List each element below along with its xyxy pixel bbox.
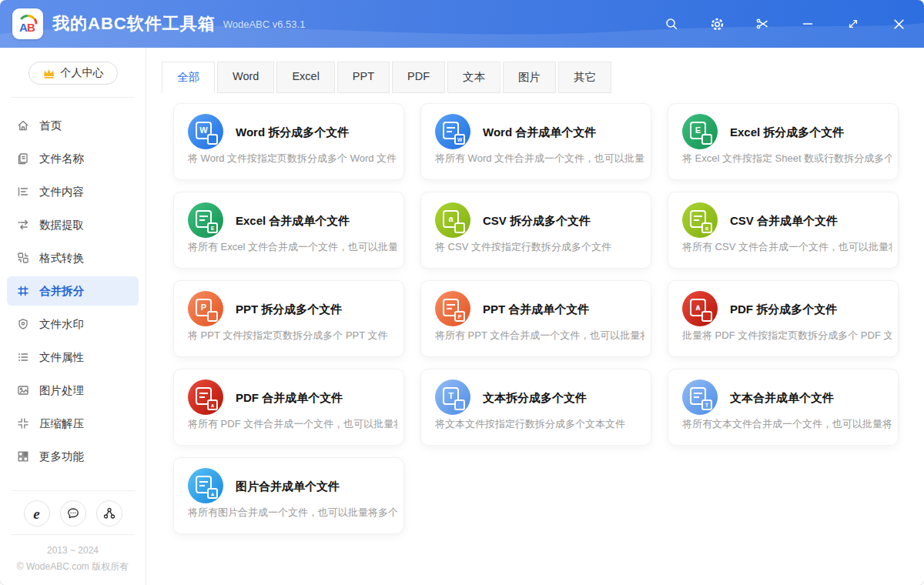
sidebar: 个人中心 首页 文件名称 文件内容 数据提取 — [0, 48, 146, 585]
sidebar-item-label: 合并拆分 — [39, 284, 84, 299]
app-window: A B 我的ABC软件工具箱 WodeABC v6.53.1 — [0, 0, 924, 585]
search-icon[interactable] — [663, 15, 680, 32]
tab-excel[interactable]: Excel — [276, 62, 334, 93]
card-word-split[interactable]: W W Word 拆分成多个文件 将 Word 文件按指定页数拆分成多个 Wor… — [173, 103, 404, 180]
sidebar-item-file-attrs[interactable]: 文件属性 — [7, 343, 139, 372]
card-title: Word 拆分成多个文件 — [236, 125, 349, 140]
share-icon[interactable] — [96, 500, 122, 526]
tab-other[interactable]: 其它 — [558, 62, 611, 93]
sidebar-item-label: 图片处理 — [39, 383, 84, 398]
card-title: PDF 拆分成多个文件 — [730, 303, 837, 317]
card-title: PPT 拆分成多个文件 — [236, 303, 342, 317]
sidebar-item-file-content[interactable]: 文件内容 — [7, 177, 139, 206]
sidebar-item-label: 压缩解压 — [39, 416, 84, 431]
sidebar-item-format-convert[interactable]: 格式转换 — [7, 243, 139, 272]
scissors-icon[interactable] — [754, 15, 771, 32]
chat-icon[interactable] — [60, 500, 86, 526]
minimize-icon[interactable] — [799, 15, 816, 32]
copyright-text: © WodeABC.com 版权所有 — [15, 559, 130, 574]
app-version: WodeABC v6.53.1 — [223, 18, 306, 30]
sidebar-divider — [11, 97, 135, 98]
tab-ppt[interactable]: PPT — [337, 62, 390, 93]
app-title: 我的ABC软件工具箱 — [52, 12, 216, 35]
file-content-icon — [17, 186, 29, 198]
excel-split-icon: E E — [682, 114, 718, 149]
merge-split-icon — [17, 285, 29, 297]
sidebar-item-label: 文件名称 — [39, 152, 84, 166]
format-convert-icon — [17, 252, 29, 264]
card-desc: 将 PPT 文件按指定页数拆分成多个 PPT 文件 — [188, 329, 397, 343]
card-text-merge[interactable]: T T 文本合并成单个文件 将所有文本文件合并成一个文件，也可以批量将多 — [668, 369, 899, 446]
settings-gear-icon[interactable] — [708, 15, 725, 32]
sidebar-item-merge-split[interactable]: 合并拆分 — [7, 276, 139, 306]
ppt-split-icon: P P — [188, 291, 223, 326]
home-icon — [17, 119, 29, 132]
text-split-icon: T T — [435, 379, 470, 415]
sidebar-item-more-features[interactable]: 更多功能 — [7, 442, 139, 471]
sidebar-item-label: 首页 — [39, 119, 62, 133]
copyright-years: 2013 ~ 2024 — [15, 543, 130, 558]
sidebar-item-compress[interactable]: 压缩解压 — [7, 409, 139, 438]
card-desc: 将所有图片合并成一个文件，也可以批量将多个文件 — [188, 506, 397, 520]
card-desc: 将所有 PPT 文件合并成一个文件，也可以批量将多 — [435, 329, 644, 343]
text-merge-icon: T T — [682, 379, 718, 415]
card-title: 图片合并成单个文件 — [236, 480, 340, 494]
tool-card-grid: W W Word 拆分成多个文件 将 Word 文件按指定页数拆分成多个 Wor… — [146, 93, 924, 550]
resize-icon[interactable] — [845, 15, 862, 32]
card-pdf-split[interactable]: ∧ ∧ PDF 拆分成多个文件 批量将 PDF 文件按指定页数拆分成多个 PDF… — [668, 280, 899, 357]
tab-all[interactable]: 全部 — [162, 62, 215, 93]
excel-merge-icon: E E — [188, 202, 223, 238]
tab-pdf[interactable]: PDF — [392, 62, 445, 93]
card-title: Excel 合并成单个文件 — [236, 214, 350, 229]
card-title: Word 合并成单个文件 — [483, 125, 596, 140]
pdf-merge-icon: ∧ ∧ — [188, 379, 223, 415]
sidebar-item-watermark[interactable]: 文件水印 — [7, 309, 139, 339]
titlebar: A B 我的ABC软件工具箱 WodeABC v6.53.1 — [0, 0, 924, 48]
sidebar-bottom: e 2013 ~ 2024 © WodeABC.com 版权所有 — [0, 478, 146, 585]
card-desc: 将 CSV 文件按指定行数拆分成多个文件 — [435, 240, 644, 254]
card-csv-merge[interactable]: a a CSV 合并成单个文件 将所有 CSV 文件合并成一个文件，也可以批量将… — [668, 192, 899, 269]
card-ppt-split[interactable]: P P PPT 拆分成多个文件 将 PPT 文件按指定页数拆分成多个 PPT 文… — [173, 280, 404, 357]
tab-image[interactable]: 图片 — [503, 62, 556, 93]
main-area: 个人中心 首页 文件名称 文件内容 数据提取 — [0, 48, 924, 585]
sidebar-item-data-extract[interactable]: 数据提取 — [7, 210, 139, 239]
file-name-icon — [17, 152, 29, 165]
word-merge-icon: W W — [435, 114, 470, 149]
card-pdf-merge[interactable]: ∧ ∧ PDF 合并成单个文件 将所有 PDF 文件合并成一个文件，也可以批量将… — [173, 369, 404, 446]
profile-center-button[interactable]: 个人中心 — [28, 62, 118, 85]
card-desc: 将文本文件按指定行数拆分成多个文本文件 — [435, 417, 644, 431]
file-attrs-icon — [17, 351, 29, 363]
sidebar-item-label: 格式转换 — [39, 251, 84, 266]
card-title: PPT 合并成单个文件 — [483, 303, 589, 317]
tab-text[interactable]: 文本 — [447, 62, 500, 93]
sidebar-item-home[interactable]: 首页 — [7, 111, 139, 140]
card-excel-split[interactable]: E E Excel 拆分成多个文件 将 Excel 文件按指定 Sheet 数或… — [668, 103, 899, 180]
card-image-merge[interactable]: ▲ ▲ 图片合并成单个文件 将所有图片合并成一个文件，也可以批量将多个文件 — [173, 457, 404, 534]
card-desc: 将所有 PDF 文件合并成一个文件，也可以批量将多 — [188, 417, 397, 431]
browser-icon[interactable]: e — [24, 500, 50, 526]
sidebar-item-file-name[interactable]: 文件名称 — [7, 144, 139, 173]
card-desc: 将 Excel 文件按指定 Sheet 数或行数拆分成多个 Exc — [682, 152, 892, 165]
content: 全部 Word Excel PPT PDF 文本 图片 其它 W W Word … — [146, 48, 924, 585]
card-text-split[interactable]: T T 文本拆分成多个文件 将文本文件按指定行数拆分成多个文本文件 — [420, 369, 651, 446]
category-tabs: 全部 Word Excel PPT PDF 文本 图片 其它 — [146, 48, 924, 93]
crown-icon — [42, 68, 55, 79]
data-extract-icon — [17, 219, 29, 231]
card-excel-merge[interactable]: E E Excel 合并成单个文件 将所有 Excel 文件合并成一个文件，也可… — [173, 192, 404, 269]
card-ppt-merge[interactable]: P P PPT 合并成单个文件 将所有 PPT 文件合并成一个文件，也可以批量将… — [420, 280, 651, 357]
close-icon[interactable] — [890, 15, 907, 32]
ppt-merge-icon: P P — [435, 291, 470, 326]
sidebar-item-image-process[interactable]: 图片处理 — [7, 376, 139, 405]
card-word-merge[interactable]: W W Word 合并成单个文件 将所有 Word 文件合并成一个文件，也可以批… — [420, 103, 651, 180]
tab-word[interactable]: Word — [217, 62, 274, 93]
sidebar-item-label: 文件属性 — [39, 350, 84, 365]
image-merge-icon: ▲ ▲ — [188, 468, 223, 503]
card-title: 文本合并成单个文件 — [730, 391, 834, 406]
card-csv-split[interactable]: a a CSV 拆分成多个文件 将 CSV 文件按指定行数拆分成多个文件 — [420, 192, 651, 269]
card-title: 文本拆分成多个文件 — [483, 391, 587, 406]
watermark-shield-icon — [17, 318, 29, 330]
sidebar-item-label: 文件水印 — [39, 317, 84, 332]
sidebar-footer: 2013 ~ 2024 © WodeABC.com 版权所有 — [11, 534, 135, 585]
profile-center-label: 个人中心 — [61, 66, 104, 80]
card-title: CSV 合并成单个文件 — [730, 214, 838, 229]
